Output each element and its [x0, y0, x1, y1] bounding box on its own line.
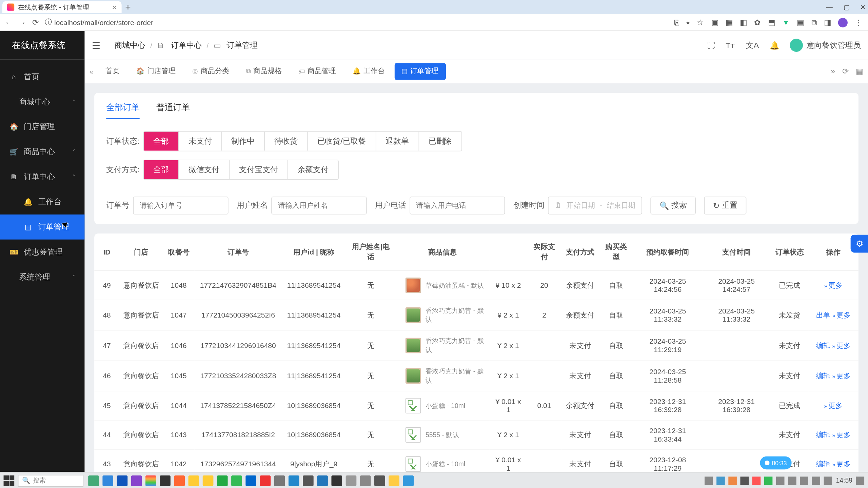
status-option[interactable]: 退款单: [376, 132, 419, 151]
new-tab-button[interactable]: +: [125, 2, 131, 13]
app-icon[interactable]: [131, 475, 142, 486]
tab-close-icon[interactable]: ×: [112, 2, 117, 12]
folder-icon[interactable]: [189, 475, 199, 486]
action-link[interactable]: 编辑: [816, 371, 830, 380]
status-option[interactable]: 待收货: [265, 132, 308, 151]
recording-badge[interactable]: 00:33: [760, 456, 791, 470]
tray-icon[interactable]: [788, 476, 797, 485]
panel-icon[interactable]: ◨: [824, 18, 831, 27]
sidebar-item-order-mgmt[interactable]: ▤订单管理: [0, 215, 85, 240]
status-option[interactable]: 制作中: [222, 132, 265, 151]
ext-icon[interactable]: ✿: [754, 18, 761, 27]
search-button[interactable]: 🔍搜索: [650, 197, 696, 215]
wechat-icon[interactable]: [231, 475, 242, 486]
app-icon[interactable]: [174, 475, 185, 486]
tabs-collapse-icon[interactable]: «: [90, 67, 94, 76]
user-name-input[interactable]: [271, 197, 367, 215]
more-link[interactable]: »更多: [832, 311, 851, 319]
grid-icon[interactable]: ▦: [856, 67, 863, 76]
ext-icon[interactable]: ▤: [797, 18, 804, 27]
translate-icon[interactable]: ⭑: [686, 18, 690, 27]
user-menu[interactable]: 意向餐饮管理员: [790, 39, 861, 52]
tabs-expand-icon[interactable]: »: [831, 67, 835, 76]
order-no-input[interactable]: [133, 197, 228, 215]
page-tab-order[interactable]: ▤订单管理: [394, 63, 446, 79]
action-link[interactable]: 编辑: [816, 341, 830, 349]
bell-icon[interactable]: 🔔: [770, 41, 779, 49]
app-icon[interactable]: [245, 475, 256, 486]
action-link[interactable]: 编辑: [816, 430, 830, 439]
app-icon[interactable]: [160, 475, 171, 486]
app-icon[interactable]: [360, 475, 371, 486]
app-icon[interactable]: [88, 475, 99, 486]
ext-icon[interactable]: ▦: [726, 18, 733, 27]
sidebar-toggle-icon[interactable]: ☰: [92, 40, 100, 51]
payment-option[interactable]: 全部: [144, 160, 179, 179]
order-tab-all[interactable]: 全部订单: [106, 102, 139, 119]
status-option[interactable]: 未支付: [179, 132, 222, 151]
url-field[interactable]: ⓘ localhost/mall/order/store-order: [45, 17, 153, 27]
more-link[interactable]: »更多: [832, 371, 851, 380]
tray-icon[interactable]: [776, 476, 785, 485]
back-icon[interactable]: ←: [5, 18, 13, 27]
reload-icon[interactable]: ⟳: [32, 18, 39, 27]
tray-icon[interactable]: [765, 476, 773, 485]
ext-icon[interactable]: ▣: [711, 18, 718, 27]
profile-avatar[interactable]: [838, 18, 848, 27]
tray-icon[interactable]: [752, 476, 761, 485]
more-link[interactable]: »更多: [832, 460, 851, 468]
app-icon[interactable]: [374, 475, 385, 486]
refresh-icon[interactable]: ⟳: [842, 67, 849, 76]
app-icon[interactable]: [274, 475, 285, 486]
app-icon[interactable]: [389, 475, 399, 486]
sidebar-item-coupon[interactable]: 🎫优惠券管理: [0, 240, 85, 265]
action-link[interactable]: 编辑: [816, 460, 830, 468]
tray-icon[interactable]: [717, 476, 725, 485]
app-icon[interactable]: [260, 475, 271, 486]
app-icon[interactable]: [289, 475, 299, 486]
page-tab-wb[interactable]: 🔔工作台: [346, 63, 392, 79]
folder-icon[interactable]: [203, 475, 214, 486]
bookmark-icon[interactable]: ☆: [697, 18, 704, 27]
app-icon[interactable]: [102, 475, 113, 486]
table-row[interactable]: 48意向餐饮店104717721045003964252I611|1368954…: [94, 300, 859, 330]
tray-icon[interactable]: [729, 476, 737, 485]
sidebar-item-store[interactable]: 🏠门店管理: [0, 115, 85, 140]
start-button[interactable]: [4, 475, 15, 486]
minimize-icon[interactable]: —: [826, 3, 833, 11]
chrome-icon[interactable]: [145, 475, 156, 486]
sidebar-item-order-center[interactable]: 🗎订单中心˄: [0, 164, 85, 189]
app-icon[interactable]: [303, 475, 314, 486]
app-icon[interactable]: [403, 475, 414, 486]
ext-icon[interactable]: ◧: [740, 18, 747, 27]
status-option[interactable]: 已收货/已取餐: [308, 132, 376, 151]
forward-icon[interactable]: →: [18, 18, 26, 27]
maximize-icon[interactable]: ▢: [844, 3, 850, 11]
close-window-icon[interactable]: ✕: [860, 3, 866, 11]
more-link[interactable]: »更多: [832, 341, 851, 349]
ext-icon[interactable]: ⎘: [674, 18, 679, 27]
sidebar-item-mall[interactable]: 商城中心˄: [0, 89, 85, 115]
table-row[interactable]: 49意向餐饮店104817721476329074851B411|1368954…: [94, 271, 859, 300]
app-icon[interactable]: [217, 475, 228, 486]
sidebar-item-workbench[interactable]: 🔔工作台: [0, 189, 85, 215]
tray-icon[interactable]: [800, 476, 809, 485]
os-search-input[interactable]: 🔍搜索: [18, 474, 83, 486]
table-row[interactable]: 45意向餐饮店104417413785221584650Z410|1368903…: [94, 391, 859, 420]
sidebar-item-system[interactable]: 系统管理˅: [0, 265, 85, 290]
menu-icon[interactable]: ⋮: [855, 18, 863, 27]
app-icon[interactable]: [117, 475, 128, 486]
ext-icon[interactable]: ⬒: [768, 18, 775, 27]
fullscreen-icon[interactable]: ⛶: [707, 41, 715, 49]
order-tab-normal[interactable]: 普通订单: [156, 102, 190, 119]
table-row[interactable]: 46意向餐饮店104517721033524280033Z811|1368954…: [94, 361, 859, 391]
page-tab-store[interactable]: 🏠门店管理: [129, 63, 183, 79]
action-link[interactable]: 出单: [816, 311, 830, 319]
terminal-icon[interactable]: [331, 475, 342, 486]
tray-icon[interactable]: [705, 476, 713, 485]
language-icon[interactable]: 文A: [746, 40, 759, 51]
wifi-icon[interactable]: [812, 476, 821, 485]
browser-tab[interactable]: 在线点餐系统 - 订单管理 ×: [2, 1, 122, 13]
breadcrumb-item[interactable]: 订单中心: [171, 40, 202, 51]
table-row[interactable]: 44意向餐饮店104317413770818218885I210|1368903…: [94, 420, 859, 449]
